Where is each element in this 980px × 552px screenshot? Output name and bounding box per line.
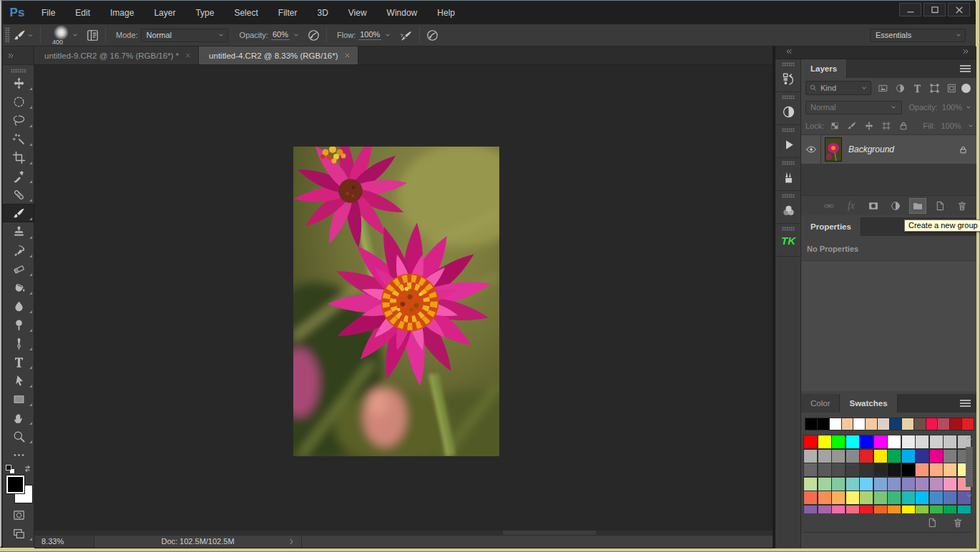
swatch[interactable]: [860, 450, 873, 463]
minimize-button[interactable]: [899, 3, 921, 16]
swatch[interactable]: [804, 450, 817, 463]
smart-object-filter-icon[interactable]: [946, 83, 957, 94]
swatch[interactable]: [916, 491, 928, 504]
options-grip[interactable]: [5, 27, 10, 43]
zoom-tool[interactable]: [3, 427, 34, 445]
recent-swatch[interactable]: [962, 418, 974, 430]
recent-swatch[interactable]: [926, 418, 938, 430]
crop-tool[interactable]: [3, 148, 34, 167]
swatch[interactable]: [916, 450, 928, 463]
zoom-level-field[interactable]: 8.33%: [34, 536, 94, 548]
adjustment-filter-icon[interactable]: [895, 83, 906, 94]
dodge-tool[interactable]: [3, 315, 34, 334]
blend-mode-dropdown[interactable]: Normal: [805, 101, 902, 114]
toggle-brush-panel-icon[interactable]: [86, 29, 99, 42]
menu-edit[interactable]: Edit: [65, 1, 100, 24]
close-button[interactable]: [948, 3, 970, 16]
double-chevron-right-icon[interactable]: [7, 52, 14, 59]
document-tab-2[interactable]: untitled-4.CR2 @ 8.33% (RGB/16*): [199, 46, 358, 64]
swatch[interactable]: [804, 491, 817, 504]
swatch[interactable]: [832, 478, 845, 491]
scrollbar-thumb[interactable]: [966, 447, 973, 487]
swatch[interactable]: [944, 463, 956, 476]
swatch[interactable]: [874, 478, 887, 491]
swatch[interactable]: [916, 478, 928, 491]
panel-icon-history[interactable]: [775, 59, 801, 92]
swatch[interactable]: [860, 435, 873, 448]
menu-select[interactable]: Select: [224, 1, 268, 24]
quick-mask-button[interactable]: [3, 506, 34, 524]
airbrush-pressure-icon[interactable]: [426, 29, 439, 42]
new-swatch-button[interactable]: [923, 515, 941, 531]
chevron-down-icon[interactable]: [293, 31, 300, 39]
swatch[interactable]: [930, 435, 943, 448]
chevron-down-icon[interactable]: [26, 31, 34, 39]
swatch[interactable]: [846, 450, 859, 463]
chevron-right-icon[interactable]: [288, 538, 295, 546]
path-selection-tool[interactable]: [3, 371, 34, 390]
swatch[interactable]: [874, 450, 887, 463]
swatch[interactable]: [846, 435, 859, 448]
visibility-toggle[interactable]: [801, 135, 821, 164]
type-tool[interactable]: [3, 353, 34, 371]
swatch[interactable]: [902, 478, 915, 491]
layer-style-button[interactable]: fx: [843, 198, 860, 214]
recent-swatch[interactable]: [830, 418, 841, 430]
swatch[interactable]: [888, 491, 901, 504]
mode-dropdown[interactable]: Normal: [141, 29, 228, 42]
swatch[interactable]: [818, 435, 831, 448]
filter-toggle-icon[interactable]: [961, 84, 971, 93]
document-size-status[interactable]: Doc: 102.5M/102.5M: [94, 536, 302, 548]
flow-value[interactable]: 100%: [358, 30, 381, 40]
layer-thumbnail[interactable]: [825, 138, 841, 161]
swatch[interactable]: [902, 435, 915, 448]
eraser-tool[interactable]: [3, 260, 34, 278]
opacity-value[interactable]: 100%: [942, 103, 962, 112]
screen-mode-button[interactable]: [3, 524, 34, 543]
maximize-button[interactable]: [923, 3, 946, 16]
pen-tool[interactable]: [3, 334, 34, 353]
lock-all-icon[interactable]: [898, 121, 908, 131]
type-filter-icon[interactable]: [912, 83, 923, 94]
chevron-down-icon[interactable]: [384, 31, 391, 39]
swatch[interactable]: [930, 478, 943, 491]
foreground-color-well[interactable]: [6, 475, 24, 493]
panel-icon-brush-presets[interactable]: [775, 158, 801, 191]
swatch[interactable]: [888, 450, 901, 463]
chevron-down-icon[interactable]: [72, 31, 79, 39]
lock-image-icon[interactable]: [847, 121, 857, 131]
swatch[interactable]: [902, 463, 915, 476]
tab-close-icon[interactable]: [185, 52, 191, 59]
delete-layer-button[interactable]: [954, 198, 971, 214]
swatch[interactable]: [860, 491, 873, 504]
swatch[interactable]: [944, 435, 956, 448]
panel-icon-actions[interactable]: [775, 125, 801, 158]
airbrush-icon[interactable]: [400, 29, 413, 42]
workspace-switcher[interactable]: Essentials: [870, 29, 966, 42]
layer-row-background[interactable]: Background: [801, 135, 976, 164]
quick-selection-tool[interactable]: [3, 129, 34, 148]
menu-layer[interactable]: Layer: [144, 1, 185, 24]
swatch[interactable]: [944, 450, 956, 463]
default-colors-icon[interactable]: [6, 465, 15, 474]
fill-value[interactable]: 100%: [941, 122, 961, 130]
recent-swatch[interactable]: [842, 418, 853, 430]
swatch[interactable]: [888, 435, 901, 448]
swatch[interactable]: [818, 450, 831, 463]
hand-tool[interactable]: [3, 408, 34, 427]
brush-tool-icon[interactable]: [13, 29, 26, 42]
swatch[interactable]: [846, 478, 859, 491]
scroll-up-icon[interactable]: [965, 434, 974, 443]
swatch[interactable]: [944, 478, 956, 491]
pixel-filter-icon[interactable]: [878, 83, 888, 94]
menu-3d[interactable]: 3D: [307, 1, 338, 24]
new-adjustment-layer-button[interactable]: [887, 198, 904, 214]
swatch[interactable]: [832, 435, 845, 448]
collapse-panels-icon[interactable]: [785, 48, 793, 55]
tab-color[interactable]: Color: [801, 394, 840, 413]
swatch[interactable]: [874, 463, 887, 476]
shape-filter-icon[interactable]: [929, 83, 940, 94]
swap-colors-icon[interactable]: [23, 464, 32, 473]
swatch[interactable]: [804, 435, 817, 448]
menu-filter[interactable]: Filter: [268, 1, 308, 24]
